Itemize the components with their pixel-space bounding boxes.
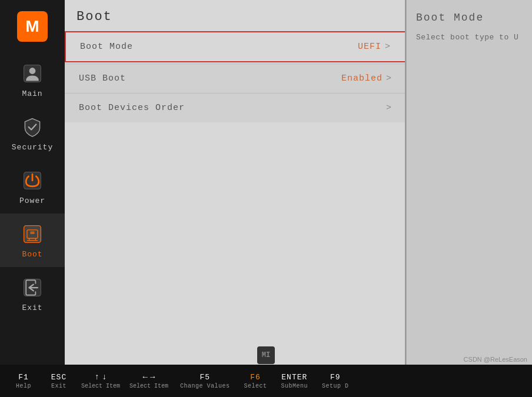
key-enter: ENTER SubMenu [274,371,315,392]
key-f5: F5 Change Values [173,371,237,392]
logo-area: M [12,6,53,47]
right-panel-title: Boot Mode [416,12,523,24]
boot-icon [20,222,45,246]
arrow-select-item-lr-desc: Select Item [129,383,168,389]
boot-mode-arrow: > [385,42,391,52]
sidebar-item-label-boot: Boot [22,250,42,259]
key-arrows: ↑ ↓ Select Item [77,370,125,392]
boot-devices-order-label: Boot Devices Order [79,103,185,113]
usb-boot-arrow: > [386,74,392,84]
key-esc-label: ESC [51,373,66,382]
usb-boot-value: Enabled > [341,74,392,84]
boot-devices-order-arrow: > [386,103,392,113]
menu-item-usb-boot[interactable]: USB Boot Enabled > [65,64,406,93]
menu-item-boot-devices-order[interactable]: Boot Devices Order > [65,93,406,122]
key-enter-desc: SubMenu [281,383,308,389]
sidebar-item-label-security: Security [12,143,53,152]
key-f9: F9 Setup D [315,371,356,392]
key-f6-desc: Select [244,383,267,389]
sidebar-item-power[interactable]: Power [0,160,65,213]
sidebar-item-main[interactable]: Main [0,53,65,106]
sidebar-item-exit[interactable]: Exit [0,267,65,321]
key-lr-arrows: ← → Select Item [125,370,173,392]
arrow-left: ← [143,372,148,382]
sidebar-item-boot[interactable]: Boot [0,213,65,267]
key-f9-label: F9 [330,373,341,382]
key-f5-desc: Change Values [180,383,230,389]
arrow-right: → [150,372,155,382]
key-f1-label: F1 [18,373,29,382]
right-panel: Boot Mode Select boot type to U [406,0,532,365]
arrow-up: ↑ [95,372,99,382]
boot-devices-order-value: > [386,103,392,113]
exit-icon [20,275,45,300]
boot-mode-label: Boot Mode [80,42,133,52]
sidebar-item-label-exit: Exit [22,303,42,312]
key-f1: F1 Help [6,371,41,392]
svg-rect-8 [30,232,34,235]
mi-logo-icon: M [17,11,48,42]
watermark: CSDN @ReLesEason [464,356,527,363]
menu-item-boot-mode[interactable]: Boot Mode UEFI > [65,31,406,62]
svg-point-1 [29,68,36,74]
main-content: Boot Boot Mode UEFI > USB Boot Enabled >… [65,0,406,365]
usb-boot-label: USB Boot [79,74,126,84]
sidebar-item-security[interactable]: Security [0,106,65,160]
arrow-select-item-desc: Select Item [81,383,120,389]
key-esc-desc: Exit [51,383,66,389]
person-icon [20,61,45,86]
mi-bottom-logo: MI [257,346,275,364]
boot-mode-value: UEFI > [358,42,391,52]
key-f5-label: F5 [200,373,210,382]
section-title: Boot [65,0,406,30]
key-esc: ESC Exit [41,371,77,392]
right-panel-text: Select boot type to U [416,32,523,44]
sidebar-item-label-power: Power [19,196,45,205]
key-f6-label: F6 [250,373,261,382]
sidebar-item-label-main: Main [22,89,42,98]
key-f1-desc: Help [16,383,31,389]
arrow-down: ↓ [102,372,107,382]
key-f6: F6 Select [237,371,274,392]
bottom-bar: F1 Help ESC Exit ↑ ↓ Select Item ← → Sel… [0,365,532,397]
shield-icon [20,115,45,139]
power-icon [20,168,45,193]
key-enter-label: ENTER [281,373,307,382]
sidebar: M Main Security [0,0,65,397]
key-f9-desc: Setup D [322,383,349,389]
